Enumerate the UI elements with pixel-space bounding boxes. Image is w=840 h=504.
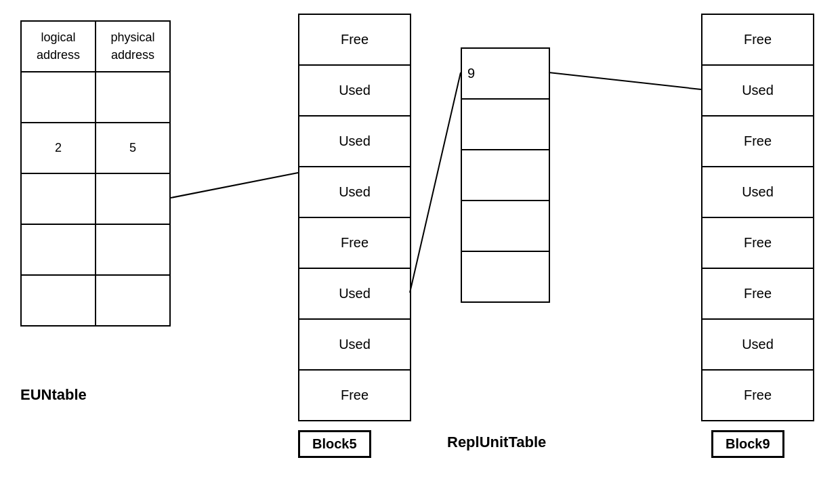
block9-cell-7: Free [702,370,814,421]
block5-cell-4: Free [299,217,411,268]
block9-cell-0: Free [702,14,814,65]
table-row: 2 5 [21,123,170,173]
repl-table-label: ReplUnitTable [447,434,546,451]
table-row: Used [299,116,411,167]
block5-wrapper: FreeUsedUsedUsedFreeUsedUsedFree [298,14,411,421]
svg-line-2 [549,72,701,89]
table-row [461,99,549,150]
block5-cell-3: Used [299,167,411,217]
eun-cell [96,72,170,123]
table-row [21,173,170,224]
table-row: Used [299,319,411,370]
eun-cell [96,173,170,224]
table-row [21,72,170,123]
eun-cell [21,224,96,275]
table-row: 9 [461,48,549,99]
table-row [21,275,170,326]
repl-table: 9 [461,47,550,303]
eun-cell [21,275,96,326]
svg-line-1 [410,72,461,293]
eun-cell [96,224,170,275]
table-row: Free [299,14,411,65]
table-row [461,150,549,201]
block9-label: Block9 [711,430,784,458]
block9-cell-1: Used [702,65,814,116]
repl-cell-1 [461,99,549,150]
block9-cell-6: Used [702,319,814,370]
block9-cell-4: Free [702,217,814,268]
block9-wrapper: FreeUsedFreeUsedFreeFreeUsedFree [701,14,814,421]
table-row [461,251,549,302]
table-row [21,224,170,275]
table-row [461,201,549,251]
block9-cell-2: Free [702,116,814,167]
block5-cell-2: Used [299,116,411,167]
table-row: Free [702,268,814,319]
table-row: Used [299,268,411,319]
svg-line-0 [171,173,298,198]
table-row: Used [702,65,814,116]
block5-cell-5: Used [299,268,411,319]
repl-table-wrapper: 9 [461,47,550,303]
eun-cell-physical-5: 5 [96,123,170,173]
table-row: Free [702,14,814,65]
table-row: Free [702,370,814,421]
block5-cell-1: Used [299,65,411,116]
block9-cell-3: Used [702,167,814,217]
block5-cell-6: Used [299,319,411,370]
block5-table: FreeUsedUsedUsedFreeUsedUsedFree [298,14,411,421]
table-row: Used [299,167,411,217]
eun-table: logicaladdress physicaladdress 2 5 [20,20,171,327]
block5-cell-7: Free [299,370,411,421]
table-row: Free [702,116,814,167]
repl-cell-2 [461,150,549,201]
repl-cell-4 [461,251,549,302]
eun-cell [21,72,96,123]
block5-label: Block5 [298,430,371,458]
block9-cell-5: Free [702,268,814,319]
table-row: Used [702,167,814,217]
diagram-container: logicaladdress physicaladdress 2 5 [0,0,840,504]
table-row: Used [299,65,411,116]
table-row: Free [702,217,814,268]
eun-table-label: EUNtable [20,386,87,404]
eun-header-logical: logicaladdress [21,21,96,72]
table-row: Used [702,319,814,370]
table-row: Free [299,370,411,421]
eun-cell [21,173,96,224]
eun-header-physical: physicaladdress [96,21,170,72]
repl-cell-3 [461,201,549,251]
eun-cell-logical-2: 2 [21,123,96,173]
block9-table: FreeUsedFreeUsedFreeFreeUsedFree [701,14,814,421]
block5-cell-0: Free [299,14,411,65]
eun-cell [96,275,170,326]
table-row: Free [299,217,411,268]
eun-table-wrapper: logicaladdress physicaladdress 2 5 [20,20,171,327]
repl-cell-0: 9 [461,48,549,99]
